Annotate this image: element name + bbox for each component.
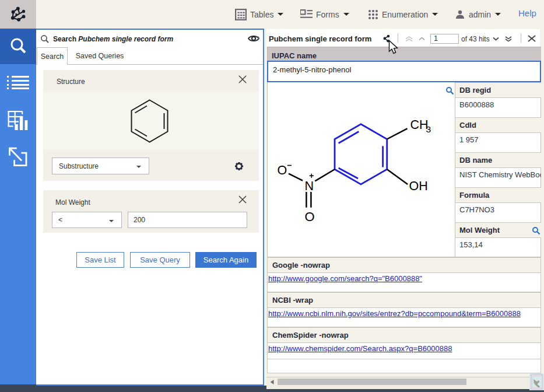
svg-text:OH: OH <box>409 179 428 193</box>
svg-text:3: 3 <box>426 124 431 134</box>
svg-text:O: O <box>278 163 287 177</box>
svg-text:O: O <box>304 209 314 224</box>
svg-text:N: N <box>305 179 314 193</box>
